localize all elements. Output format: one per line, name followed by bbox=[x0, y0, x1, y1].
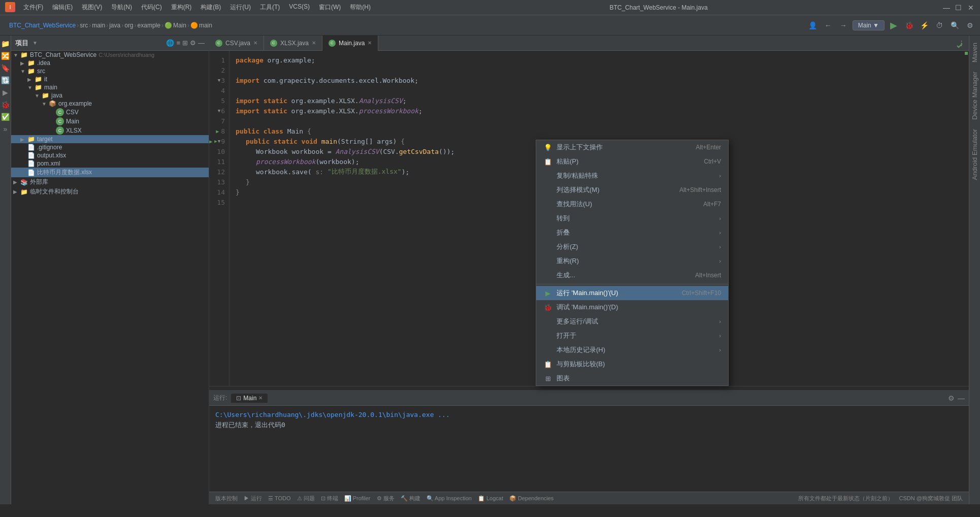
menu-tools[interactable]: 工具(T) bbox=[256, 2, 284, 13]
tree-item-pom[interactable]: ▶ 📄 pom.xml bbox=[11, 159, 209, 168]
logcat-button[interactable]: 📋 Logcat bbox=[478, 495, 503, 502]
ctx-diagram[interactable]: ⊞ 图表 bbox=[536, 371, 728, 385]
menu-vcs[interactable]: VCS(S) bbox=[285, 2, 314, 13]
sidebar-expand-icon[interactable]: ⊞ bbox=[182, 39, 188, 47]
forward-icon[interactable]: → bbox=[837, 19, 850, 31]
breadcrumb-java[interactable]: java bbox=[109, 22, 120, 29]
right-panel-device-manager[interactable]: Device Manager bbox=[970, 69, 979, 123]
ctx-paste[interactable]: 📋 粘贴(P) Ctrl+V bbox=[536, 154, 728, 169]
tree-item-csv[interactable]: ▶ C CSV bbox=[11, 108, 209, 117]
profiler-button[interactable]: 📊 Profiler bbox=[344, 495, 371, 502]
run-status-button[interactable]: ▶ 运行 bbox=[244, 495, 262, 502]
ctx-show-context-actions[interactable]: 💡 显示上下文操作 Alt+Enter bbox=[536, 140, 728, 154]
build-button[interactable]: 🔨 构建 bbox=[401, 495, 420, 502]
menu-window[interactable]: 窗口(W) bbox=[315, 2, 345, 13]
git-icon[interactable]: 🔃 bbox=[1, 76, 10, 84]
ctx-paste-special[interactable]: 复制/粘贴特殊 › bbox=[536, 169, 728, 183]
menu-edit[interactable]: 编辑(E) bbox=[48, 2, 77, 13]
ctx-open-in[interactable]: 打开于 › bbox=[536, 329, 728, 343]
coverage-button[interactable]: ⚡ bbox=[918, 19, 930, 31]
back-icon[interactable]: ← bbox=[822, 19, 834, 31]
close-button[interactable]: ✕ bbox=[967, 4, 975, 12]
menu-build[interactable]: 构建(B) bbox=[197, 2, 225, 13]
ctx-generate[interactable]: 生成... Alt+Insert bbox=[536, 268, 728, 282]
tree-item-xlsx[interactable]: ▶ C XLSX bbox=[11, 126, 209, 135]
maximize-button[interactable]: ☐ bbox=[955, 4, 963, 12]
search-button[interactable]: 🔍 bbox=[949, 19, 961, 31]
structure-icon[interactable]: 🔀 bbox=[1, 52, 10, 60]
profile-icon[interactable]: 👤 bbox=[807, 19, 819, 31]
tree-item-org-example[interactable]: ▼ 📦 org.example bbox=[11, 100, 209, 108]
tab-main-close[interactable]: ✕ bbox=[368, 40, 372, 46]
ctx-column-select[interactable]: 列选择模式(M) Alt+Shift+Insert bbox=[536, 183, 728, 197]
ctx-debug[interactable]: 🐞 调试 'Main.main()'(D) bbox=[536, 300, 728, 314]
ctx-refactor[interactable]: 重构(R) › bbox=[536, 254, 728, 268]
tree-item-idea[interactable]: ▶ 📁 .idea bbox=[11, 59, 209, 67]
right-panel-maven[interactable]: Maven bbox=[970, 40, 979, 66]
run-icon[interactable]: ▶ bbox=[3, 88, 8, 96]
menu-refactor[interactable]: 重构(R) bbox=[167, 2, 196, 13]
bottom-tab-main[interactable]: ⊡ Main ✕ bbox=[231, 394, 268, 403]
breadcrumb-Main[interactable]: Main bbox=[173, 22, 186, 29]
tree-item-it[interactable]: ▶ 📁 it bbox=[11, 75, 209, 83]
breadcrumb-main-method[interactable]: main bbox=[199, 22, 212, 29]
menu-file[interactable]: 文件(F) bbox=[19, 2, 47, 13]
more-icon[interactable]: » bbox=[4, 125, 8, 133]
ctx-find-usages[interactable]: 查找用法(U) Alt+F7 bbox=[536, 197, 728, 211]
problems-button[interactable]: ⚠ 问题 bbox=[297, 495, 315, 502]
debug-button[interactable]: 🐞 bbox=[903, 19, 915, 31]
todo-button[interactable]: ☰ TODO bbox=[268, 495, 290, 502]
tree-item-target[interactable]: ▶ 📁 target bbox=[11, 135, 209, 143]
ctx-analyze[interactable]: 分析(Z) › bbox=[536, 240, 728, 254]
ctx-run[interactable]: ▶ 运行 'Main.main()'(U) Ctrl+Shift+F10 bbox=[536, 286, 728, 300]
sidebar-settings-icon[interactable]: ⚙ bbox=[190, 39, 196, 47]
sidebar-tab-label[interactable]: 项目 bbox=[15, 39, 28, 48]
bottom-settings-icon[interactable]: ⚙ bbox=[948, 394, 955, 402]
tab-xlsx-close[interactable]: ✕ bbox=[312, 40, 316, 46]
breadcrumb-src[interactable]: src bbox=[80, 22, 88, 29]
ctx-more-run[interactable]: 更多运行/调试 › bbox=[536, 314, 728, 329]
bookmark-icon[interactable]: 🔖 bbox=[1, 64, 10, 72]
tree-item-src[interactable]: ▼ 📁 src bbox=[11, 67, 209, 75]
bottom-minimize-icon[interactable]: — bbox=[958, 394, 965, 402]
tab-csv[interactable]: C CSV.java ✕ bbox=[209, 36, 264, 51]
tab-main[interactable]: C Main.java ✕ bbox=[322, 36, 378, 51]
profile-run-button[interactable]: ⏱ bbox=[933, 19, 945, 31]
tree-item-java[interactable]: ▼ 📁 java bbox=[11, 91, 209, 100]
tree-item-main[interactable]: ▼ 📁 main bbox=[11, 83, 209, 91]
breadcrumb-example[interactable]: example bbox=[138, 22, 160, 29]
terminal-button[interactable]: ⊡ 终端 bbox=[321, 495, 338, 502]
sidebar-collapse-icon[interactable]: ≡ bbox=[176, 39, 180, 47]
vcs-button[interactable]: 版本控制 bbox=[215, 495, 238, 502]
ctx-local-history[interactable]: 本地历史记录(H) › bbox=[536, 343, 728, 357]
menu-help[interactable]: 帮助(H) bbox=[346, 2, 375, 13]
tree-item-root[interactable]: ▼ 📁 BTC_Chart_WebService C:\Users\richar… bbox=[11, 51, 209, 59]
tree-item-Main[interactable]: ▶ C Main bbox=[11, 117, 209, 126]
settings-button[interactable]: ⚙ bbox=[964, 19, 976, 31]
ctx-goto[interactable]: 转到 › bbox=[536, 211, 728, 225]
editor-scrollbar[interactable] bbox=[209, 386, 969, 390]
dependencies-button[interactable]: 📦 Dependencies bbox=[509, 495, 553, 502]
run-configuration[interactable]: Main ▼ bbox=[853, 20, 885, 30]
menu-view[interactable]: 视图(V) bbox=[78, 2, 106, 13]
tree-item-external-libs[interactable]: ▶ 📚 外部库 bbox=[11, 177, 209, 187]
todo-icon[interactable]: ✅ bbox=[1, 113, 10, 121]
ctx-compare-clipboard[interactable]: 📋 与剪贴板比较(B) bbox=[536, 357, 728, 371]
breadcrumb-org[interactable]: org bbox=[124, 22, 133, 29]
project-icon[interactable]: 📁 bbox=[1, 40, 10, 48]
bottom-tab-close[interactable]: ✕ bbox=[258, 395, 263, 401]
tree-item-btc-data[interactable]: ▶ 📄 比特币月度数据.xlsx bbox=[11, 168, 209, 177]
run-button[interactable]: ▶ bbox=[888, 19, 900, 31]
breadcrumb-project[interactable]: BTC_Chart_WebService bbox=[9, 22, 76, 29]
tree-item-scratch[interactable]: ▶ 📁 临时文件和控制台 bbox=[11, 187, 209, 197]
right-panel-android-emulator[interactable]: Android Emulator bbox=[970, 126, 979, 183]
tree-item-gitignore[interactable]: ▶ 📄 .gitignore bbox=[11, 143, 209, 151]
tab-xlsx[interactable]: C XLSX.java ✕ bbox=[264, 36, 322, 51]
tree-item-output[interactable]: ▶ 📄 output.xlsx bbox=[11, 151, 209, 159]
debug-icon[interactable]: 🐞 bbox=[1, 101, 10, 109]
tab-csv-close[interactable]: ✕ bbox=[253, 40, 257, 46]
menu-code[interactable]: 代码(C) bbox=[137, 2, 166, 13]
sidebar-dropdown-icon[interactable]: ▼ bbox=[32, 40, 38, 46]
ctx-fold[interactable]: 折叠 › bbox=[536, 225, 728, 240]
menu-run[interactable]: 运行(U) bbox=[226, 2, 255, 13]
